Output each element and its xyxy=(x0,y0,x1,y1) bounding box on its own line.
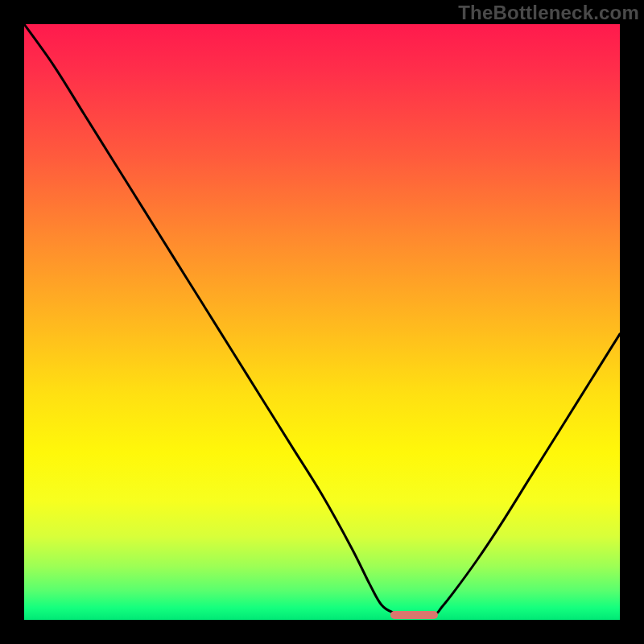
plot-area xyxy=(24,24,620,620)
curve-svg xyxy=(24,24,620,620)
watermark-text: TheBottleneck.com xyxy=(458,2,639,24)
chart-frame: TheBottleneck.com xyxy=(0,0,644,644)
optimal-range-marker xyxy=(390,611,438,619)
bottleneck-curve xyxy=(24,24,620,615)
